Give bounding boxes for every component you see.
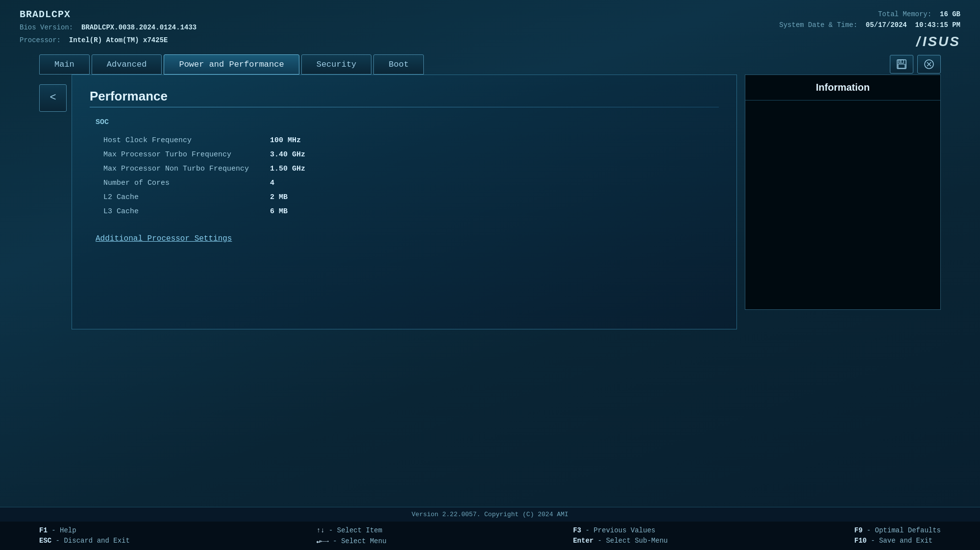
footer-keys: F1 - Help ESC - Discard and Exit ↑↓ - Se… — [0, 522, 980, 550]
spec-label-turbo: Max Processor Turbo Frequency — [103, 150, 270, 159]
main-area: < Performance SOC Host Clock Frequency 1… — [0, 75, 980, 329]
header: BRADLCPX Bios Version: BRADLCPX.0038.202… — [0, 0, 980, 54]
performance-panel: Performance SOC Host Clock Frequency 100… — [72, 75, 737, 329]
panel-title: Performance — [90, 89, 719, 104]
spec-label-l2: L2 Cache — [103, 193, 270, 201]
spec-label-cores: Number of Cores — [103, 179, 270, 187]
spec-value-l3: 6 MB — [270, 207, 288, 216]
tab-security[interactable]: Security — [301, 54, 372, 75]
time-value: 10:43:15 PM — [915, 21, 960, 29]
footer-key-enter: ↵←→ - Select Menu — [317, 537, 387, 545]
footer-col-left: F1 - Help ESC - Discard and Exit — [39, 526, 130, 545]
spec-rows: Host Clock Frequency 100 MHz Max Process… — [90, 133, 719, 219]
spec-row-host-clock: Host Clock Frequency 100 MHz — [103, 133, 719, 148]
spec-value-l2: 2 MB — [270, 193, 288, 201]
content-wrapper: Performance SOC Host Clock Frequency 100… — [72, 75, 941, 329]
spec-row-l2: L2 Cache 2 MB — [103, 190, 719, 204]
close-button[interactable] — [917, 55, 941, 74]
footer-key-f9: F9 - Optimal Defaults — [855, 526, 941, 534]
spec-value-turbo: 3.40 GHz — [270, 150, 305, 159]
datetime-label: System Date & Time: — [779, 21, 858, 29]
nav-bar: Main Advanced Power and Performance Secu… — [0, 54, 980, 75]
bios-info: Bios Version: BRADLCPX.0038.2024.0124.14… — [20, 22, 196, 33]
memory-info: Total Memory: 16 GB — [779, 9, 960, 20]
header-left: BRADLCPX Bios Version: BRADLCPX.0038.202… — [20, 9, 196, 46]
section-soc: SOC — [90, 118, 719, 126]
footer-key-f10: F10 - Save and Exit — [855, 537, 941, 545]
memory-label: Total Memory: — [878, 10, 931, 18]
spec-row-turbo: Max Processor Turbo Frequency 3.40 GHz — [103, 148, 719, 162]
info-box-header: Information — [745, 75, 940, 100]
date-value: 05/17/2024 — [866, 21, 907, 29]
footer-col-right3: F9 - Optimal Defaults F10 - Save and Exi… — [855, 526, 941, 545]
footer-key-f3: F3 - Previous Values — [573, 526, 667, 534]
spec-value-cores: 4 — [270, 179, 274, 187]
header-right: Total Memory: 16 GB System Date & Time: … — [779, 9, 960, 50]
footer-col-right2: F3 - Previous Values Enter - Select Sub-… — [573, 526, 667, 545]
datetime-info: System Date & Time: 05/17/2024 10:43:15 … — [779, 20, 960, 30]
nav-tabs: Main Advanced Power and Performance Secu… — [39, 54, 424, 75]
spec-row-cores: Number of Cores 4 — [103, 176, 719, 190]
bios-label: Bios Version: — [20, 24, 73, 31]
save-button[interactable] — [890, 55, 913, 74]
spec-value-non-turbo: 1.50 GHz — [270, 165, 305, 173]
tab-main[interactable]: Main — [39, 54, 90, 75]
back-button[interactable]: < — [39, 84, 67, 112]
footer-version: Version 2.22.0057. Copyright (C) 2024 AM… — [0, 507, 980, 522]
tab-boot[interactable]: Boot — [373, 54, 424, 75]
svg-rect-2 — [898, 64, 905, 68]
panel-divider — [90, 107, 719, 107]
footer-key-enter-sub: Enter - Select Sub-Menu — [573, 537, 667, 545]
tab-advanced[interactable]: Advanced — [92, 54, 162, 75]
bios-value: BRADLCPX.0038.2024.0124.1433 — [81, 24, 196, 31]
footer: Version 2.22.0057. Copyright (C) 2024 AM… — [0, 507, 980, 550]
footer-key-esc: ESC - Discard and Exit — [39, 537, 130, 545]
info-panel: Information — [745, 75, 941, 329]
asus-logo: /ISUS — [779, 34, 960, 50]
svg-rect-3 — [900, 60, 902, 63]
info-box: Information — [745, 75, 941, 310]
tab-power[interactable]: Power and Performance — [164, 54, 299, 75]
memory-value: 16 GB — [940, 10, 960, 18]
processor-label: Processor: — [20, 36, 61, 44]
additional-link[interactable]: Additional Processor Settings — [90, 234, 719, 243]
spec-value-host-clock: 100 MHz — [270, 136, 301, 145]
spec-row-l3: L3 Cache 6 MB — [103, 204, 719, 219]
additional-processor-settings-link[interactable]: Additional Processor Settings — [96, 234, 232, 243]
spec-label-host-clock: Host Clock Frequency — [103, 136, 270, 145]
brand-name: BRADLCPX — [20, 9, 196, 20]
processor-value: Intel(R) Atom(TM) x7425E — [69, 36, 168, 44]
nav-actions — [890, 55, 941, 74]
processor-info: Processor: Intel(R) Atom(TM) x7425E — [20, 35, 196, 46]
footer-key-f1: F1 - Help — [39, 526, 130, 534]
spec-label-non-turbo: Max Processor Non Turbo Frequency — [103, 165, 270, 173]
spec-label-l3: L3 Cache — [103, 207, 270, 216]
spec-row-non-turbo: Max Processor Non Turbo Frequency 1.50 G… — [103, 162, 719, 176]
info-box-body — [745, 100, 940, 116]
footer-key-arrows: ↑↓ - Select Item — [317, 526, 387, 534]
footer-col-mid: ↑↓ - Select Item ↵←→ - Select Menu — [317, 526, 387, 545]
